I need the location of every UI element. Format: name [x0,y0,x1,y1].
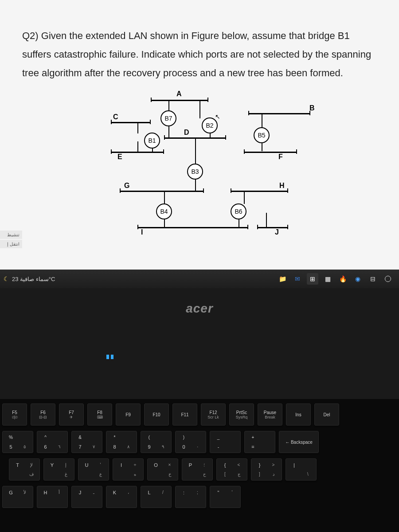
key-7[interactable]: &7٧ [71,431,102,453]
firefox-icon[interactable]: 🔥 [337,273,348,285]
acer-logo: acer [186,301,213,316]
windows-taskbar[interactable]: ☾ سماء صافية 23°C 📁 ✉ ⊞ ▦ 🔥 ◉ ⊟ [0,270,399,288]
key-pause[interactable]: PauseBreak [258,403,282,426]
lan-segment-j [257,227,288,228]
mouse-cursor: ↖ [215,113,220,120]
lan-segment-i [137,227,248,228]
segment-label-e: E [117,153,122,161]
bridge-b3: B3 [187,164,203,180]
key-k[interactable]: K، [106,486,137,508]
segment-label-i: I [141,228,143,236]
lan-segment-g [120,191,204,192]
key-f11[interactable]: F11 [172,403,197,426]
key-u[interactable]: U'ع [78,458,109,481]
cortana-icon[interactable] [382,273,394,285]
power-indicator [106,355,113,359]
key-i[interactable]: I÷ه [113,458,144,481]
key-:[interactable]: :; [175,486,206,508]
lan-segment-c [111,122,151,123]
key-|[interactable]: |\ [286,458,317,481]
key-l[interactable]: L/ [141,486,172,508]
key-g[interactable]: Gلأ [2,486,33,508]
key-0[interactable]: )0٠ [175,431,206,453]
key-backspace[interactable]: ← Backspace [279,431,319,453]
lan-segment-f [244,152,297,153]
moon-icon: ☾ [4,275,9,282]
key-prtsc[interactable]: PrtScSysRq [229,403,254,426]
segment-label-f: F [278,153,283,161]
mail-icon[interactable]: ✉ [292,273,303,285]
key-5[interactable]: %5٥ [2,431,33,453]
key-{[interactable]: {<[ج [216,458,247,481]
lan-segment-b [248,113,310,114]
bridge-b1: B1 [144,133,160,149]
weather-text: سماء صافية 23°C [12,276,55,282]
edge-icon[interactable]: ◉ [352,273,364,285]
key-f5[interactable]: F5⎚|⎚ [2,403,27,426]
key-f12[interactable]: F12Scr Lk [201,403,226,426]
key-j[interactable]: Jـ [71,486,102,508]
task-view-icon[interactable]: ⊟ [367,273,379,285]
key-f9[interactable]: F9 [116,403,141,426]
key-=[interactable]: += [244,431,275,453]
keyboard: F5⎚|⎚F6⊟-⊟F7✈F8⌨F9F10F11F12Scr LkPrtScSy… [0,399,399,532]
network-diagram: A B B7 B2 ↖ B5 C D B1 [66,95,332,250]
key-ins[interactable]: Ins [286,403,311,426]
key-f6[interactable]: F6⊟-⊟ [31,403,55,426]
sidebar-tabs: تنشيط انتقل إ [0,231,22,249]
key-h[interactable]: Hأ [37,486,68,508]
sidebar-tab-1[interactable]: تنشيط [0,231,22,239]
key-f7[interactable]: F7✈ [59,403,84,426]
key-t[interactable]: Tلإف [9,458,40,481]
store-icon[interactable]: ⊞ [307,273,318,285]
segment-label-b: B [309,104,315,112]
key-p[interactable]: P؛ح [182,458,213,481]
key-"[interactable]: "' [210,486,241,508]
document-screen: Q2) Given the extended LAN shown in Figu… [0,0,399,288]
bridge-b5: B5 [254,127,270,143]
key-o[interactable]: O×خ [147,458,178,481]
key-6[interactable]: ^6٦ [37,431,68,453]
weather-widget[interactable]: ☾ سماء صافية 23°C [4,275,55,282]
key-8[interactable]: *8٨ [106,431,137,453]
key-y[interactable]: Yإغ [43,458,74,481]
bridge-b4: B4 [156,203,172,219]
segment-label-c: C [113,113,118,121]
key--[interactable]: _- [210,431,241,453]
segment-label-j: J [275,228,279,236]
bridge-b6: B6 [231,203,246,219]
segment-label-g: G [124,182,129,190]
sidebar-tab-2[interactable]: انتقل إ [0,240,22,248]
lan-segment-h [231,191,288,192]
bridge-b7: B7 [160,110,176,126]
key-f8[interactable]: F8⌨ [87,403,112,426]
app-icon[interactable]: ▦ [322,273,333,285]
segment-label-a: A [176,90,182,98]
question-text: Q2) Given the extended LAN shown in Figu… [22,27,377,82]
key-9[interactable]: (9٩ [141,431,172,453]
segment-label-d: D [184,129,189,137]
key-del[interactable]: Del [314,403,339,426]
segment-label-h: H [279,182,285,190]
key-f10[interactable]: F10 [144,403,169,426]
file-explorer-icon[interactable]: 📁 [277,273,288,285]
key-}[interactable]: }>]د [251,458,282,481]
